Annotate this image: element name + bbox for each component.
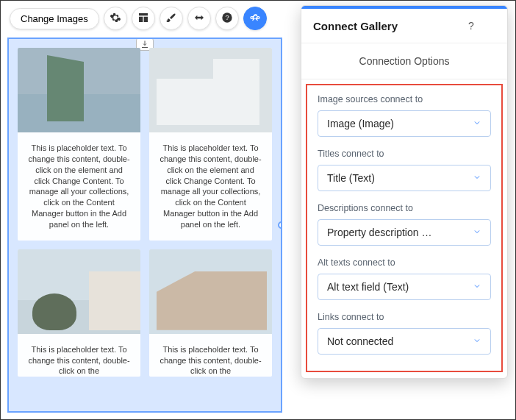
connect-gallery-panel: Connect Gallery ? Connection Options Ima… bbox=[301, 5, 508, 379]
card-image bbox=[149, 48, 272, 132]
field-image-sources: Image sources connect to Image (Image) bbox=[318, 94, 491, 137]
chevron-down-icon bbox=[473, 172, 481, 184]
field-descriptions: Descriptions connect to Property descrip… bbox=[318, 203, 491, 246]
field-label: Links connect to bbox=[318, 312, 491, 322]
select-value: Alt text field (Text) bbox=[327, 281, 409, 293]
stretch-icon bbox=[193, 12, 205, 26]
gallery-card[interactable]: This is placeholder text. To change this… bbox=[149, 48, 272, 241]
settings-button[interactable] bbox=[104, 7, 127, 30]
connection-options-highlight: Image sources connect to Image (Image) T… bbox=[306, 84, 503, 372]
help-icon: ? bbox=[468, 20, 474, 32]
gallery-card[interactable]: This is placeholder text. To change this… bbox=[149, 249, 272, 377]
panel-help-button[interactable]: ? bbox=[463, 18, 479, 34]
field-label: Descriptions connect to bbox=[318, 203, 491, 213]
layout-button[interactable] bbox=[132, 7, 155, 30]
change-images-button[interactable]: Change Images bbox=[10, 8, 99, 29]
field-titles: Titles connect to Title (Text) bbox=[318, 149, 491, 191]
titles-select[interactable]: Title (Text) bbox=[318, 165, 491, 191]
chevron-down-icon bbox=[473, 281, 481, 293]
field-label: Image sources connect to bbox=[318, 94, 491, 104]
descriptions-select[interactable]: Property description … bbox=[318, 219, 491, 246]
chevron-down-icon bbox=[473, 335, 481, 347]
section-heading: Connection Options bbox=[301, 43, 507, 79]
select-value: Not connected bbox=[327, 335, 393, 347]
layout-icon bbox=[137, 12, 149, 26]
gallery-card[interactable]: This is placeholder text. To change this… bbox=[18, 249, 140, 377]
stretch-button[interactable] bbox=[187, 7, 211, 30]
design-button[interactable] bbox=[160, 7, 183, 30]
field-label: Titles connect to bbox=[318, 149, 491, 159]
select-value: Property description … bbox=[327, 227, 431, 238]
card-image bbox=[149, 249, 272, 334]
field-alt-texts: Alt texts connect to Alt text field (Tex… bbox=[318, 257, 491, 300]
field-label: Alt texts connect to bbox=[318, 257, 491, 268]
select-value: Image (Image) bbox=[327, 118, 394, 129]
card-image bbox=[18, 48, 140, 132]
gallery-grid: This is placeholder text. To change this… bbox=[9, 39, 281, 385]
gear-icon bbox=[110, 12, 121, 26]
alt-texts-select[interactable]: Alt text field (Text) bbox=[318, 274, 491, 300]
help-icon: ? bbox=[221, 12, 233, 26]
card-caption: This is placeholder text. To change this… bbox=[149, 334, 272, 377]
svg-text:?: ? bbox=[225, 14, 229, 21]
card-caption: This is placeholder text. To change this… bbox=[18, 132, 140, 241]
connect-data-button[interactable] bbox=[243, 7, 267, 30]
selected-gallery[interactable]: This is placeholder text. To change this… bbox=[7, 38, 282, 413]
field-links: Links connect to Not connected bbox=[318, 312, 491, 355]
gallery-card[interactable]: This is placeholder text. To change this… bbox=[18, 48, 140, 241]
brush-icon bbox=[165, 12, 177, 26]
panel-header: Connect Gallery ? bbox=[301, 9, 507, 43]
select-value: Title (Text) bbox=[327, 172, 375, 184]
card-caption: This is placeholder text. To change this… bbox=[149, 132, 272, 241]
card-image bbox=[18, 249, 140, 334]
chevron-down-icon bbox=[473, 118, 481, 129]
image-sources-select[interactable]: Image (Image) bbox=[318, 110, 491, 137]
panel-title: Connect Gallery bbox=[313, 20, 463, 32]
links-select[interactable]: Not connected bbox=[318, 328, 491, 355]
panel-close-button[interactable] bbox=[479, 18, 495, 34]
card-caption: This is placeholder text. To change this… bbox=[18, 334, 140, 377]
help-button[interactable]: ? bbox=[215, 7, 239, 30]
connect-icon bbox=[249, 12, 261, 26]
resize-handle-right[interactable] bbox=[278, 221, 282, 229]
chevron-down-icon bbox=[473, 227, 481, 238]
